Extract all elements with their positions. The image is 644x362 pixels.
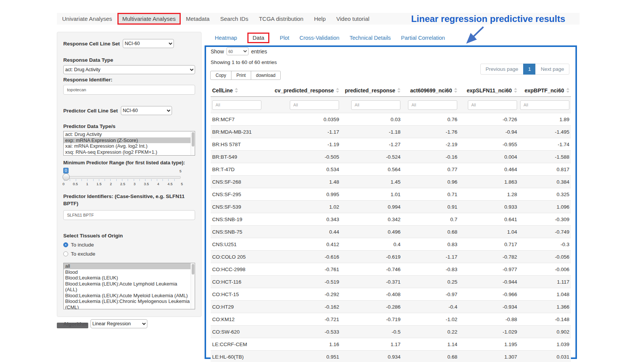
- tab-cross-validation[interactable]: Cross-Validation: [299, 35, 339, 41]
- value-cell: 1.195: [459, 338, 519, 351]
- predictor-cell-line-set-select[interactable]: NCI-60: [121, 106, 172, 115]
- predictor-identifiers-input[interactable]: [63, 210, 195, 220]
- column-header-act609699-nci60[interactable]: act609699_nci60: [402, 84, 459, 97]
- column-filter-expbptf-nci60[interactable]: [520, 100, 569, 110]
- radio-to-exclude[interactable]: [63, 251, 68, 256]
- nav-item-univariate-analyses[interactable]: Univariate Analyses: [57, 13, 117, 25]
- column-filter-cellline[interactable]: [212, 100, 261, 110]
- list-option-act-drug-activity[interactable]: act: Drug Activity: [64, 131, 195, 137]
- response-identifier-input[interactable]: [63, 85, 195, 95]
- tab-data[interactable]: Data: [247, 33, 270, 43]
- value-cell: 0.496: [341, 226, 402, 238]
- value-cell: 1.17: [341, 338, 402, 351]
- tick-label-4: 4: [157, 182, 159, 186]
- page-size-select[interactable]: 60: [227, 47, 249, 55]
- value-cell: -0.749: [519, 226, 571, 238]
- value-cell: -0.16: [402, 151, 459, 163]
- value-cell: -1.74: [519, 138, 571, 151]
- copy-button[interactable]: Copy: [210, 71, 231, 80]
- list-option-blood-leukemia-leuk-acute-lymphoid-leukemia-all[interactable]: Blood:Leukemia (LEUK):Acute Lymphoid Leu…: [64, 281, 195, 293]
- list-option-xsq-rna-seq-expression-log2-fpkm-1[interactable]: xsq: RNA-seq Expression (log2 FPKM+1.): [64, 149, 195, 155]
- table-row: CO:HCT-116-0.519-0.3710.25-0.9441.117: [211, 276, 571, 288]
- tab-partial-correlation[interactable]: Partial Correlation: [401, 35, 445, 41]
- algorithm-select[interactable]: Linear Regression: [91, 319, 147, 328]
- nav-item-help[interactable]: Help: [309, 13, 331, 25]
- nav-item-video-tutorial[interactable]: Video tutorial: [331, 13, 375, 25]
- column-header-cv-predicted-response[interactable]: cv_predicted_response: [271, 84, 341, 97]
- value-cell: 0.71: [402, 188, 459, 201]
- nav-item-multivariate-analyses[interactable]: Multivariate Analyses: [117, 13, 181, 25]
- response-data-type-select[interactable]: act: Drug Activity: [63, 65, 195, 74]
- value-cell: -1.27: [341, 138, 402, 151]
- listbox-scrollbar[interactable]: [191, 263, 195, 309]
- value-cell: 1.04: [459, 226, 519, 238]
- cellline-cell: CNS:SF-268: [211, 176, 271, 188]
- list-option-blood-leukemia-leuk[interactable]: Blood:Leukemia (LEUK): [64, 275, 195, 281]
- value-cell: 0.342: [341, 213, 402, 226]
- nav-item-tcga-distribution[interactable]: TCGA distribution: [253, 13, 309, 25]
- column-header-expbptf-nci60[interactable]: expBPTF_nci60: [519, 84, 571, 97]
- value-cell: 1.16: [271, 338, 341, 351]
- value-cell: 0.22: [402, 326, 459, 338]
- value-cell: -0.966: [459, 288, 519, 301]
- listbox-scrollbar[interactable]: [191, 131, 195, 155]
- filter-cell: [459, 97, 519, 113]
- predictor-data-types-listbox: act: Drug Activityexp: mRNA Expression (…: [63, 131, 195, 156]
- download-button[interactable]: download: [251, 71, 281, 80]
- value-cell: 1.89: [519, 113, 571, 126]
- value-cell: -0.746: [341, 263, 402, 276]
- tick-label-3-5: 3.5: [144, 182, 149, 186]
- current-page-button[interactable]: 1: [523, 64, 536, 75]
- slider-track[interactable]: [63, 176, 181, 179]
- cellline-cell: CO:HCT-15: [211, 288, 271, 301]
- tick-label-2-5: 2.5: [120, 182, 125, 186]
- column-filter-expslfn11-nci60[interactable]: [468, 100, 517, 110]
- value-cell: 1.048: [519, 288, 571, 301]
- tick-label-5: 5: [181, 182, 183, 186]
- nav-item-search-ids[interactable]: Search IDs: [215, 13, 253, 25]
- print-button[interactable]: Print: [231, 71, 251, 80]
- list-option-blood-leukemia-leuk-chronic-myelogenous-leukemia-cml[interactable]: Blood:Leukemia (LEUK):Chronic Myelogenou…: [64, 298, 195, 309]
- value-cell: 0.717: [459, 238, 519, 251]
- list-option-all[interactable]: all: [64, 263, 195, 269]
- column-filter-cv-predicted-response[interactable]: [290, 100, 339, 110]
- cellline-cell: CO:HCC-2998: [211, 263, 271, 276]
- value-cell: 0.933: [459, 201, 519, 213]
- sort-icon: [235, 88, 238, 93]
- value-cell: 0.77: [402, 163, 459, 176]
- list-option-exp-mrna-expression-z-score[interactable]: exp: mRNA Expression (Z-Score): [64, 137, 195, 144]
- analysis-settings-sidebar: Response Cell Line Set NCI-60 Response D…: [57, 32, 202, 317]
- scrollbar-thumb[interactable]: [192, 264, 194, 275]
- sort-icon: [514, 88, 517, 93]
- column-header-cellline[interactable]: CellLine: [211, 84, 271, 97]
- column-header-expslfn11-nci60[interactable]: expSLFN11_nci60: [459, 84, 519, 97]
- scrollbar-thumb[interactable]: [192, 132, 194, 147]
- column-header-predicted-response[interactable]: predicted_response: [341, 84, 402, 97]
- tab-technical-details[interactable]: Technical Details: [350, 35, 391, 41]
- column-filter-predicted-response[interactable]: [351, 100, 400, 110]
- tab-heatmap[interactable]: Heatmap: [215, 35, 237, 41]
- predictor-data-types-label: Predictor Data Type/s: [63, 123, 195, 129]
- table-row: CO:SW-620-0.533-0.50.22-1.0290.902: [211, 326, 571, 338]
- value-cell: -1.588: [519, 151, 571, 163]
- value-cell: 0.91: [402, 201, 459, 213]
- column-filter-act609699-nci60[interactable]: [408, 100, 457, 110]
- table-row: CO:KM12-0.721-0.719-1.02-0.88-0.148: [211, 313, 571, 326]
- list-option-blood[interactable]: Blood: [64, 269, 195, 275]
- value-cell: 1.307: [459, 351, 519, 362]
- nav-item-metadata[interactable]: Metadata: [181, 13, 215, 25]
- list-option-xai-mrna-expression-avg-log2-int[interactable]: xai: mRNA Expression (Avg. log2 Int.): [64, 143, 195, 149]
- table-header-row: CellLinecv_predicted_responsepredicted_r…: [211, 84, 571, 97]
- previous-page-button[interactable]: Previous page: [480, 64, 524, 75]
- slider-handle[interactable]: [63, 173, 70, 181]
- radio-to-include[interactable]: [63, 242, 68, 247]
- response-cell-line-set-select[interactable]: NCI-60: [123, 39, 174, 48]
- value-cell: 0.76: [402, 113, 459, 126]
- list-option-blood-leukemia-leuk-acute-myeloid-leukemia-aml[interactable]: Blood:Leukemia (LEUK):Acute Myeloid Leuk…: [64, 293, 195, 299]
- cellline-cell: BR:HS 578T: [211, 138, 271, 151]
- value-cell: 1.14: [402, 338, 459, 351]
- tick-label-1: 1: [86, 182, 88, 186]
- next-page-button[interactable]: Next page: [535, 64, 569, 75]
- value-cell: -0.719: [341, 313, 402, 326]
- tab-plot[interactable]: Plot: [280, 35, 289, 41]
